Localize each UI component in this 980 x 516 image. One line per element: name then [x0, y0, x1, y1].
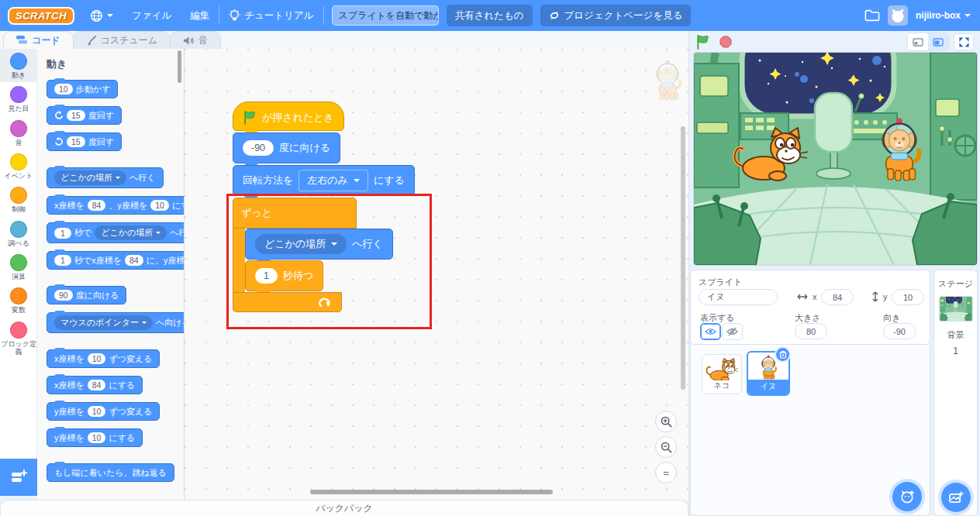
project-title-input[interactable]: スプライトを自動で動かす — [332, 5, 439, 26]
block-forever[interactable]: ずっと どこかの場所 へ行く 1 秒待つ — [233, 198, 393, 312]
wait-input[interactable]: 1 — [255, 268, 278, 284]
palette-block[interactable]: もし端に着いたら、跳ね返る — [47, 463, 174, 482]
category-item[interactable]: 音 — [0, 116, 37, 150]
palette-block[interactable]: x座標を10ずつ変える — [47, 349, 160, 368]
delete-sprite-button[interactable] — [775, 346, 791, 363]
value-input[interactable]: 15 — [67, 110, 85, 121]
sprite-card-neko[interactable]: ネコ — [702, 354, 742, 394]
value-input[interactable]: 10 — [54, 84, 73, 95]
category-item[interactable]: 見た目 — [0, 82, 37, 115]
category-item[interactable]: 変数 — [0, 284, 37, 317]
value-input[interactable]: 10 — [150, 200, 169, 211]
vertical-scrollbar[interactable] — [681, 126, 685, 390]
category-item[interactable]: 動き — [0, 49, 37, 82]
tab-code[interactable]: コード — [3, 31, 74, 49]
eye-icon — [705, 328, 716, 335]
lightbulb-icon — [229, 9, 240, 22]
language-menu[interactable] — [81, 0, 122, 31]
add-backdrop-button[interactable] — [938, 480, 974, 515]
rotation-style-dropdown[interactable]: 左右のみ — [298, 170, 368, 191]
value-input[interactable]: 10 — [88, 353, 106, 364]
backpack-bar[interactable]: バックパック — [0, 500, 688, 516]
sprite-name-input[interactable]: イヌ — [699, 289, 778, 305]
tab-sounds[interactable]: 音 — [170, 31, 221, 49]
folder-icon[interactable] — [864, 9, 880, 22]
y-input[interactable]: 10 — [892, 289, 924, 305]
see-project-page-button[interactable]: プロジェクトページを見る — [540, 5, 692, 26]
zoom-in-button[interactable] — [655, 411, 677, 432]
menu-tutorials[interactable]: チュートリアル — [219, 0, 323, 31]
value-input[interactable]: 84 — [88, 200, 106, 211]
direction-input[interactable]: -90 — [883, 323, 916, 339]
category-label: 音 — [16, 139, 22, 146]
avatar[interactable] — [888, 5, 908, 26]
dropdown-caret-icon — [116, 177, 120, 181]
small-stage-button[interactable] — [908, 33, 928, 50]
palette-block[interactable]: 15度回す — [47, 132, 122, 151]
category-item[interactable]: イベント — [0, 150, 37, 183]
block-dropdown[interactable]: どこかの場所 — [95, 225, 167, 240]
add-sprite-button[interactable] — [889, 479, 925, 514]
green-flag-button[interactable] — [695, 35, 710, 50]
palette-block[interactable]: y座標を10にする — [47, 428, 143, 447]
category-column: 動き見た目音イベント制御調べる演算変数ブロック定義 — [0, 49, 37, 459]
tab-costumes[interactable]: コスチューム — [73, 31, 171, 49]
add-extension-button[interactable] — [0, 459, 37, 496]
palette-block[interactable]: x座標を84にする — [47, 376, 143, 394]
horizontal-scrollbar[interactable] — [310, 490, 553, 494]
block-when-flag-clicked[interactable]: が押されたとき — [233, 101, 344, 131]
stage[interactable] — [694, 53, 977, 265]
block-wait-seconds[interactable]: 1 秒待つ — [245, 260, 323, 291]
size-input[interactable]: 80 — [795, 323, 827, 339]
palette-block[interactable]: 90度に向ける — [47, 286, 126, 304]
zoom-reset-button[interactable]: = — [655, 462, 677, 483]
block-set-rotation-style[interactable]: 回転方法を 左右のみ にする — [233, 165, 415, 196]
scratch-logo[interactable]: SCRATCH — [8, 7, 74, 25]
go-to-dropdown[interactable]: どこかの場所 — [255, 234, 347, 254]
zoom-out-button[interactable] — [655, 436, 677, 458]
stop-button[interactable] — [719, 36, 732, 48]
value-input[interactable]: 90 — [54, 290, 73, 301]
value-input[interactable]: 1 — [54, 255, 71, 266]
block-dropdown[interactable]: どこかの場所 — [54, 170, 126, 185]
value-input[interactable]: 1 — [54, 228, 71, 239]
palette-block[interactable]: x座標を84、y座標を10にする — [47, 196, 185, 215]
x-input[interactable]: 84 — [821, 289, 854, 305]
block-point-in-direction[interactable]: -90 度に向ける — [233, 132, 340, 163]
category-item[interactable]: 演算 — [0, 250, 37, 284]
menu-file[interactable]: ファイル — [122, 0, 181, 31]
fullscreen-button[interactable] — [954, 33, 974, 50]
shared-status-label: 共有されたもの — [455, 9, 524, 22]
palette-block[interactable]: 1秒でx座標を84に、y座標を1 — [47, 251, 185, 270]
menu-edit[interactable]: 編集 — [181, 0, 219, 31]
palette-block[interactable]: 10歩動かす — [47, 80, 118, 98]
block-go-to[interactable]: どこかの場所 へ行く — [245, 229, 393, 260]
stage-selector[interactable]: ステージ 背景 1 — [933, 270, 978, 516]
palette-block[interactable]: 15度回す — [47, 106, 122, 125]
value-input[interactable]: 84 — [125, 255, 143, 266]
code-workspace[interactable]: が押されたとき -90 度に向ける 回転方法を 左右のみ にする ずっと — [185, 49, 688, 500]
palette-block[interactable]: マウスのポインターへ向ける — [47, 312, 185, 333]
block-label: y座標を — [54, 406, 85, 418]
value-input[interactable]: 10 — [88, 406, 106, 417]
large-stage-button[interactable] — [928, 33, 948, 50]
shared-status-button[interactable]: 共有されたもの — [447, 5, 533, 26]
palette-block[interactable]: 1秒でどこかの場所へ行く — [47, 222, 185, 243]
value-input[interactable]: 15 — [67, 136, 85, 147]
category-item[interactable]: ブロック定義 — [0, 318, 37, 359]
category-item[interactable]: 制御 — [0, 183, 37, 216]
hide-sprite-button[interactable] — [722, 323, 743, 340]
category-color-icon — [10, 221, 27, 238]
block-dropdown[interactable]: マウスのポインター — [54, 315, 153, 330]
show-sprite-button[interactable] — [700, 323, 721, 340]
palette-block[interactable]: y座標を10ずつ変える — [47, 402, 160, 421]
account-menu[interactable]: nijiiro-box — [916, 0, 971, 31]
palette-scrollbar[interactable] — [178, 50, 181, 83]
category-list: 動き見た目音イベント制御調べる演算変数ブロック定義 — [0, 49, 36, 359]
value-input[interactable]: 10 — [88, 432, 106, 443]
direction-input[interactable]: -90 — [243, 140, 274, 156]
category-label: 見た目 — [8, 105, 29, 112]
category-item[interactable]: 調べる — [0, 217, 37, 250]
value-input[interactable]: 84 — [88, 380, 106, 390]
palette-block[interactable]: どこかの場所へ行く — [47, 167, 164, 188]
